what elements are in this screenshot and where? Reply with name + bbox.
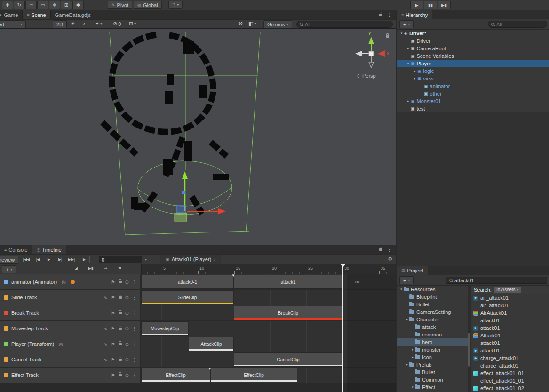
asset-air-attack01[interactable]: ▶air_attack01 <box>471 294 549 302</box>
next-frame-button[interactable]: ▶| <box>55 256 66 263</box>
playhead-handle[interactable] <box>341 264 345 267</box>
grid-tool-button[interactable]: ⊞ <box>61 1 72 9</box>
record-icon[interactable] <box>71 280 75 284</box>
folder-attack[interactable]: attack <box>397 323 468 331</box>
folder-camerasetting[interactable]: CameraSetting <box>397 308 468 316</box>
lock-icon[interactable] <box>119 281 122 283</box>
menu-icon[interactable]: ⋮ <box>132 280 137 285</box>
lock-icon[interactable] <box>379 14 382 16</box>
track-header-slide-track[interactable]: Slide Track∿⚑⊙⋮ <box>0 290 140 305</box>
axis-down-cone[interactable] <box>369 62 374 68</box>
lock-icon[interactable] <box>379 248 382 251</box>
project-add-button[interactable]: + ▾ <box>399 276 414 284</box>
gizmo-x-arrow[interactable] <box>218 208 226 214</box>
asset-air-attack01[interactable]: air_attack01 <box>471 302 549 309</box>
expander-icon[interactable]: ▸ <box>410 355 415 359</box>
play-range-button[interactable]: ▶ <box>79 256 90 263</box>
hierarchy-item-monster01[interactable]: ▸▣Monster01 <box>397 97 549 105</box>
track-header-movestep-track[interactable]: Movestep Track∿⚑⊙⋮ <box>0 321 140 336</box>
folder-common[interactable]: common <box>397 331 468 338</box>
track-header-animator-animator[interactable]: animator (Animator)◎⚑⊙⋮ <box>0 274 140 289</box>
frame-field[interactable] <box>99 256 142 263</box>
search-scope-dropdown[interactable]: In Assets ▾ <box>494 287 521 293</box>
asset-attack01[interactable]: attack01 <box>471 339 549 347</box>
hierarchy-item-cameraroot[interactable]: ▸▣CameraRoot <box>397 45 549 52</box>
expander-icon[interactable]: ▸ <box>406 99 411 103</box>
pin-icon[interactable]: ⚑ <box>111 311 115 316</box>
hierarchy-item-driver[interactable]: ▾◈Driver* <box>397 30 549 37</box>
scene-tools-icon[interactable]: ⚒ <box>238 21 243 27</box>
pin-icon[interactable]: ⚑ <box>111 280 115 285</box>
track-header-effect-track[interactable]: Effect Track⚑⊙⋮ <box>0 368 140 383</box>
goto-end-button[interactable]: ▶▶| <box>66 256 77 263</box>
hierarchy-search[interactable] <box>488 21 547 28</box>
pin-icon[interactable]: ⚑ <box>111 357 115 362</box>
hierarchy-empty-area[interactable] <box>397 112 549 266</box>
project-search[interactable] <box>446 277 547 284</box>
scene-search-input[interactable] <box>305 22 390 27</box>
avatar-mask-icon[interactable]: ◎ <box>59 342 63 347</box>
asset-effect-attack01-02[interactable]: effect_attack01_02 <box>471 384 549 392</box>
pivot-button[interactable]: ✎ Pivot <box>108 1 132 9</box>
menu-icon[interactable]: ⋮ <box>132 295 137 300</box>
timeline-ruler[interactable]: 5101520253035 <box>141 264 396 274</box>
axis-x-label[interactable]: x <box>387 50 390 56</box>
axis-center-cube[interactable] <box>369 51 374 56</box>
scene-viewport[interactable]: y x Persp <box>0 29 396 245</box>
axis-x-cone[interactable] <box>378 50 385 57</box>
eye-icon[interactable]: ⊙ <box>125 295 129 300</box>
tab-project[interactable]: ▤ Project <box>397 266 428 275</box>
global-button[interactable]: ◍ Global <box>134 1 162 9</box>
folder-blueprint[interactable]: Blueprint <box>397 293 468 301</box>
gizmo-y-arrow[interactable] <box>182 171 188 179</box>
asset-attack01[interactable]: ▶attack01 <box>471 324 549 332</box>
scene-search[interactable] <box>296 21 393 28</box>
clip-cancelclip[interactable]: CancelClip <box>234 352 342 367</box>
clip-effectclip[interactable]: EffectClip <box>141 368 210 382</box>
timeline-breadcrumb[interactable]: ◉ Attack01 (Player) › <box>160 255 221 264</box>
gizmo-plane-blue[interactable] <box>176 205 186 213</box>
hierarchy-item-animator[interactable]: ▣animator <box>397 82 549 90</box>
scrollbar[interactable] <box>468 286 471 392</box>
step-mode-button[interactable]: ▶▮ <box>438 1 451 9</box>
shading-mode-dropdown[interactable]: Shaded ▾ <box>0 20 26 28</box>
hierarchy-item-other[interactable]: ▣other <box>397 90 549 97</box>
folder-bullet[interactable]: Bullet <box>397 368 468 376</box>
lock-icon[interactable] <box>119 312 122 314</box>
menu-icon[interactable]: ⋮ <box>132 357 137 362</box>
clip-effectclip[interactable]: EffectClip <box>210 368 297 382</box>
avatar-mask-icon[interactable]: ◎ <box>62 280 66 285</box>
eye-icon[interactable]: ⊙ <box>125 342 129 347</box>
track-header-cancel-track[interactable]: Cancel Track∿⚑⊙⋮ <box>0 352 140 367</box>
tab-game[interactable]: ◗ Game <box>0 10 23 19</box>
project-search-input[interactable] <box>454 278 544 283</box>
pin-icon[interactable]: ⚑ <box>111 295 115 300</box>
eye-icon[interactable]: ⊙ <box>125 357 129 362</box>
clip-slideclip[interactable]: SlideClip <box>141 290 234 304</box>
hierarchy-item-view[interactable]: ▾▣view <box>397 75 549 82</box>
menu-icon[interactable]: ⋮ <box>132 342 137 347</box>
scale-tool-button[interactable]: ▱ <box>25 1 37 9</box>
gizmo-z-handle[interactable] <box>182 191 185 194</box>
asset-attack01[interactable]: Attack01 <box>471 332 549 339</box>
lock-icon[interactable] <box>119 328 122 330</box>
link-icon[interactable]: ∿ <box>103 357 107 362</box>
scene-camera-dropdown[interactable]: ◧ ▾ <box>248 21 256 27</box>
pin-icon[interactable]: ⚑ <box>111 326 115 331</box>
add-track-button[interactable]: + ▾ <box>2 265 16 273</box>
play-mode-button[interactable]: ▶ <box>410 1 423 9</box>
axis-left-cone[interactable] <box>355 51 362 56</box>
expander-icon[interactable]: ▸ <box>412 69 417 73</box>
curve-view-icon[interactable]: ◢ <box>74 266 78 271</box>
goto-start-button[interactable]: |◀◀ <box>21 256 32 263</box>
playhead-line[interactable] <box>342 264 343 392</box>
pin-icon[interactable]: ⚑ <box>111 373 115 378</box>
tab-timeline[interactable]: ◷ Timeline <box>32 245 66 254</box>
expander-icon[interactable]: ▾ <box>405 318 409 321</box>
scrollbar-thumb[interactable] <box>468 333 470 367</box>
lock-icon[interactable] <box>119 343 122 345</box>
move-tool-button[interactable]: ✚ <box>2 1 13 9</box>
lock-icon[interactable] <box>119 374 122 376</box>
folder-icon[interactable]: ▸Icon <box>397 353 468 361</box>
clip-attack1[interactable]: attack1 <box>234 275 342 289</box>
